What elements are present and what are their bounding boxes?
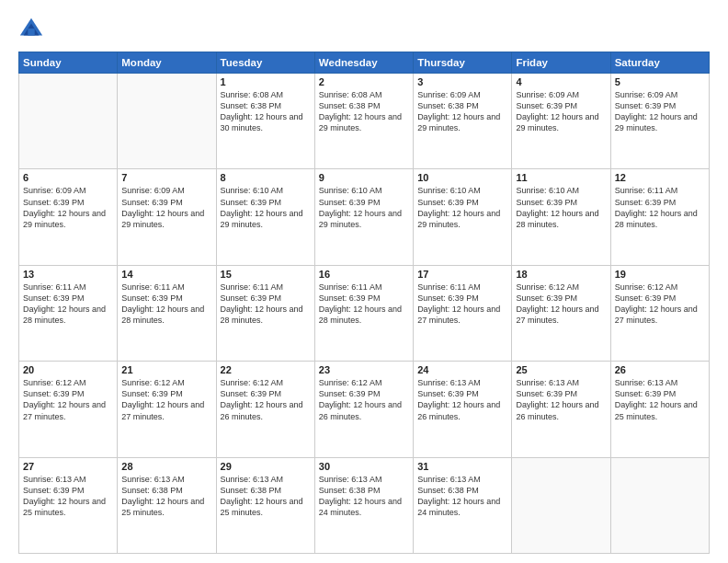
day-number: 2 <box>319 76 409 87</box>
day-info: Sunrise: 6:13 AMSunset: 6:38 PMDaylight:… <box>221 474 311 519</box>
day-number: 7 <box>121 172 211 183</box>
day-cell: 25Sunrise: 6:13 AMSunset: 6:39 PMDayligh… <box>512 362 610 457</box>
day-number: 12 <box>615 172 705 183</box>
header <box>18 17 710 42</box>
day-info: Sunrise: 6:12 AMSunset: 6:39 PMDaylight:… <box>319 377 409 422</box>
day-info: Sunrise: 6:11 AMSunset: 6:39 PMDaylight:… <box>319 282 409 327</box>
day-number: 3 <box>417 76 507 87</box>
day-info: Sunrise: 6:12 AMSunset: 6:39 PMDaylight:… <box>121 377 211 422</box>
weekday-friday: Friday <box>512 52 610 74</box>
day-info: Sunrise: 6:13 AMSunset: 6:39 PMDaylight:… <box>417 377 507 422</box>
day-info: Sunrise: 6:13 AMSunset: 6:38 PMDaylight:… <box>417 474 507 519</box>
day-cell: 20Sunrise: 6:12 AMSunset: 6:39 PMDayligh… <box>19 362 118 457</box>
day-number: 6 <box>23 172 113 183</box>
day-number: 20 <box>23 364 113 375</box>
day-number: 1 <box>221 76 311 87</box>
day-info: Sunrise: 6:11 AMSunset: 6:39 PMDaylight:… <box>23 282 113 327</box>
weekday-monday: Monday <box>118 52 216 74</box>
day-number: 25 <box>516 364 606 375</box>
svg-rect-2 <box>28 29 34 35</box>
day-info: Sunrise: 6:09 AMSunset: 6:38 PMDaylight:… <box>417 89 507 134</box>
day-info: Sunrise: 6:11 AMSunset: 6:39 PMDaylight:… <box>615 185 705 230</box>
week-row-5: 27Sunrise: 6:13 AMSunset: 6:39 PMDayligh… <box>19 457 710 553</box>
day-number: 22 <box>221 364 311 375</box>
day-number: 9 <box>319 172 409 183</box>
day-cell <box>19 74 118 169</box>
day-cell: 1Sunrise: 6:08 AMSunset: 6:38 PMDaylight… <box>216 74 314 169</box>
day-info: Sunrise: 6:13 AMSunset: 6:38 PMDaylight:… <box>319 474 409 519</box>
day-info: Sunrise: 6:08 AMSunset: 6:38 PMDaylight:… <box>319 89 409 134</box>
day-cell: 22Sunrise: 6:12 AMSunset: 6:39 PMDayligh… <box>216 362 314 457</box>
logo <box>18 17 48 42</box>
day-info: Sunrise: 6:11 AMSunset: 6:39 PMDaylight:… <box>417 282 507 327</box>
day-info: Sunrise: 6:12 AMSunset: 6:39 PMDaylight:… <box>221 377 311 422</box>
day-number: 14 <box>121 269 211 280</box>
day-cell: 13Sunrise: 6:11 AMSunset: 6:39 PMDayligh… <box>19 265 118 361</box>
day-number: 28 <box>121 461 211 472</box>
weekday-saturday: Saturday <box>610 52 709 74</box>
day-number: 18 <box>516 269 606 280</box>
day-info: Sunrise: 6:11 AMSunset: 6:39 PMDaylight:… <box>121 282 211 327</box>
day-cell: 21Sunrise: 6:12 AMSunset: 6:39 PMDayligh… <box>118 362 216 457</box>
day-number: 19 <box>615 269 705 280</box>
day-info: Sunrise: 6:10 AMSunset: 6:39 PMDaylight:… <box>516 185 606 230</box>
day-info: Sunrise: 6:09 AMSunset: 6:39 PMDaylight:… <box>23 185 113 230</box>
day-cell: 31Sunrise: 6:13 AMSunset: 6:38 PMDayligh… <box>414 457 512 553</box>
day-cell: 27Sunrise: 6:13 AMSunset: 6:39 PMDayligh… <box>19 457 118 553</box>
day-info: Sunrise: 6:08 AMSunset: 6:38 PMDaylight:… <box>221 89 311 134</box>
day-cell: 17Sunrise: 6:11 AMSunset: 6:39 PMDayligh… <box>414 265 512 361</box>
day-info: Sunrise: 6:10 AMSunset: 6:39 PMDaylight:… <box>417 185 507 230</box>
day-info: Sunrise: 6:13 AMSunset: 6:39 PMDaylight:… <box>516 377 606 422</box>
day-cell: 18Sunrise: 6:12 AMSunset: 6:39 PMDayligh… <box>512 265 610 361</box>
day-info: Sunrise: 6:13 AMSunset: 6:39 PMDaylight:… <box>615 377 705 422</box>
day-number: 13 <box>23 269 113 280</box>
weekday-sunday: Sunday <box>19 52 118 74</box>
day-number: 27 <box>23 461 113 472</box>
day-cell: 3Sunrise: 6:09 AMSunset: 6:38 PMDaylight… <box>414 74 512 169</box>
week-row-1: 1Sunrise: 6:08 AMSunset: 6:38 PMDaylight… <box>19 74 710 169</box>
day-info: Sunrise: 6:13 AMSunset: 6:39 PMDaylight:… <box>23 474 113 519</box>
day-cell: 9Sunrise: 6:10 AMSunset: 6:39 PMDaylight… <box>314 169 413 265</box>
day-cell: 8Sunrise: 6:10 AMSunset: 6:39 PMDaylight… <box>216 169 314 265</box>
weekday-tuesday: Tuesday <box>216 52 314 74</box>
day-cell: 5Sunrise: 6:09 AMSunset: 6:39 PMDaylight… <box>610 74 709 169</box>
day-number: 8 <box>221 172 311 183</box>
day-info: Sunrise: 6:11 AMSunset: 6:39 PMDaylight:… <box>221 282 311 327</box>
day-cell <box>512 457 610 553</box>
day-number: 30 <box>319 461 409 472</box>
weekday-thursday: Thursday <box>414 52 512 74</box>
day-cell: 2Sunrise: 6:08 AMSunset: 6:38 PMDaylight… <box>314 74 413 169</box>
day-info: Sunrise: 6:09 AMSunset: 6:39 PMDaylight:… <box>516 89 606 134</box>
week-row-2: 6Sunrise: 6:09 AMSunset: 6:39 PMDaylight… <box>19 169 710 265</box>
day-number: 15 <box>221 269 311 280</box>
day-cell: 23Sunrise: 6:12 AMSunset: 6:39 PMDayligh… <box>314 362 413 457</box>
page: SundayMondayTuesdayWednesdayThursdayFrid… <box>0 0 728 563</box>
day-info: Sunrise: 6:12 AMSunset: 6:39 PMDaylight:… <box>23 377 113 422</box>
day-cell: 14Sunrise: 6:11 AMSunset: 6:39 PMDayligh… <box>118 265 216 361</box>
day-number: 5 <box>615 76 705 87</box>
week-row-3: 13Sunrise: 6:11 AMSunset: 6:39 PMDayligh… <box>19 265 710 361</box>
day-info: Sunrise: 6:13 AMSunset: 6:38 PMDaylight:… <box>121 474 211 519</box>
day-info: Sunrise: 6:10 AMSunset: 6:39 PMDaylight:… <box>221 185 311 230</box>
day-number: 10 <box>417 172 507 183</box>
day-number: 11 <box>516 172 606 183</box>
day-number: 26 <box>615 364 705 375</box>
day-number: 21 <box>121 364 211 375</box>
day-info: Sunrise: 6:12 AMSunset: 6:39 PMDaylight:… <box>615 282 705 327</box>
day-cell: 7Sunrise: 6:09 AMSunset: 6:39 PMDaylight… <box>118 169 216 265</box>
day-info: Sunrise: 6:09 AMSunset: 6:39 PMDaylight:… <box>121 185 211 230</box>
week-row-4: 20Sunrise: 6:12 AMSunset: 6:39 PMDayligh… <box>19 362 710 457</box>
weekday-wednesday: Wednesday <box>314 52 413 74</box>
day-info: Sunrise: 6:10 AMSunset: 6:39 PMDaylight:… <box>319 185 409 230</box>
weekday-header-row: SundayMondayTuesdayWednesdayThursdayFrid… <box>19 52 710 74</box>
day-number: 23 <box>319 364 409 375</box>
day-cell: 12Sunrise: 6:11 AMSunset: 6:39 PMDayligh… <box>610 169 709 265</box>
day-cell: 16Sunrise: 6:11 AMSunset: 6:39 PMDayligh… <box>314 265 413 361</box>
day-info: Sunrise: 6:09 AMSunset: 6:39 PMDaylight:… <box>615 89 705 134</box>
day-cell: 6Sunrise: 6:09 AMSunset: 6:39 PMDaylight… <box>19 169 118 265</box>
day-number: 17 <box>417 269 507 280</box>
day-cell: 19Sunrise: 6:12 AMSunset: 6:39 PMDayligh… <box>610 265 709 361</box>
day-cell: 30Sunrise: 6:13 AMSunset: 6:38 PMDayligh… <box>314 457 413 553</box>
day-cell: 15Sunrise: 6:11 AMSunset: 6:39 PMDayligh… <box>216 265 314 361</box>
day-number: 31 <box>417 461 507 472</box>
